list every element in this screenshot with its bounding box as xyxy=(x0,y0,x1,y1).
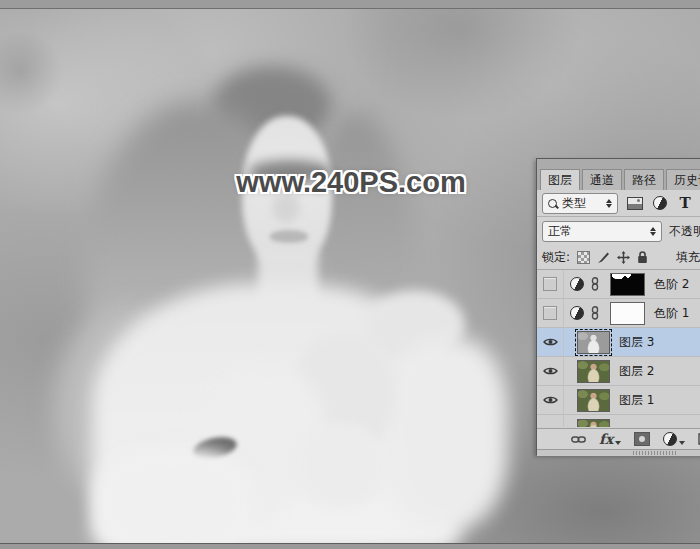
search-icon xyxy=(548,199,557,208)
panel-bottom-toolbar: fx xyxy=(537,428,700,449)
visibility-column xyxy=(537,270,564,298)
updown-arrows-icon xyxy=(606,199,612,208)
new-adjustment-layer-icon[interactable] xyxy=(663,432,685,446)
visibility-eye-icon[interactable] xyxy=(543,337,558,347)
layer-name[interactable]: 色阶 1 xyxy=(654,305,689,322)
visibility-column xyxy=(537,357,564,385)
visibility-eye-icon[interactable] xyxy=(543,395,558,405)
layer-mask-thumbnail[interactable] xyxy=(610,273,645,296)
layer-row-layer-3-selected[interactable]: 图层 3 xyxy=(537,328,700,357)
blend-mode-row: 正常 不透明度 xyxy=(537,217,700,245)
layer-list: 色阶 2 色阶 1 xyxy=(537,270,700,428)
visibility-checkbox[interactable] xyxy=(543,306,557,320)
tab-layers[interactable]: 图层 xyxy=(540,169,580,190)
layer-row-layer-1[interactable]: 图层 1 xyxy=(537,386,700,415)
visibility-column xyxy=(537,299,564,327)
subject-lower-hand xyxy=(298,423,384,508)
fx-label: fx xyxy=(599,432,613,446)
blend-mode-value: 正常 xyxy=(548,223,645,240)
panel-tab-bar: 图层 通道 路径 历史记录 xyxy=(537,159,700,190)
filter-type-layers-icon[interactable]: T xyxy=(677,196,693,210)
filter-type-label: 类型 xyxy=(562,195,601,212)
blend-mode-select[interactable]: 正常 xyxy=(542,221,662,242)
layer-name[interactable]: 色阶 2 xyxy=(654,276,689,293)
photoshop-window: www.240PS.com 图层 通道 路径 历史记录 类型 T 正常 不透明度 xyxy=(0,0,700,549)
dropdown-arrow-icon xyxy=(615,441,621,445)
layer-name[interactable]: 图层 3 xyxy=(619,334,654,351)
subject-lips xyxy=(270,230,308,243)
layer-thumbnail[interactable] xyxy=(577,360,610,383)
layer-name[interactable]: 图层 2 xyxy=(619,363,654,380)
visibility-column xyxy=(537,415,564,427)
link-layers-icon[interactable] xyxy=(571,435,586,444)
layer-name[interactable]: 图层 1 xyxy=(619,392,654,409)
panel-resize-grip[interactable] xyxy=(633,451,677,455)
tab-channels[interactable]: 通道 xyxy=(582,169,622,190)
opacity-label: 不透明度 xyxy=(669,223,700,240)
fill-label: 填充 xyxy=(676,249,700,266)
lock-label: 锁定: xyxy=(542,249,570,266)
visibility-column xyxy=(537,386,564,414)
tab-paths[interactable]: 路径 xyxy=(624,169,664,190)
filter-type-combobox[interactable]: 类型 xyxy=(542,193,618,214)
layer-row-levels-2[interactable]: 色阶 2 xyxy=(537,270,700,299)
layer-mask-thumbnail[interactable] xyxy=(610,302,645,325)
dropdown-arrow-icon xyxy=(679,441,685,445)
add-layer-mask-icon[interactable] xyxy=(634,432,650,446)
layer-row-partial[interactable] xyxy=(537,415,700,427)
layer-thumbnail[interactable] xyxy=(577,389,610,412)
subject-dress-frill xyxy=(95,448,255,543)
filter-adjustment-layers-icon[interactable] xyxy=(652,196,668,210)
panel-bottom-edge xyxy=(537,449,700,456)
lock-position-move-icon[interactable] xyxy=(617,251,630,264)
visibility-checkbox[interactable] xyxy=(543,277,557,291)
lock-all-icon[interactable] xyxy=(637,251,648,264)
mask-link-icon xyxy=(591,277,599,291)
add-layer-style-icon[interactable]: fx xyxy=(599,432,621,446)
watermark-text: www.240PS.com xyxy=(236,166,465,199)
updown-arrows-icon xyxy=(650,227,656,236)
filter-pixel-layers-icon[interactable] xyxy=(627,196,643,210)
adjustment-layer-icon xyxy=(570,306,584,320)
adjustment-layer-icon xyxy=(570,277,584,291)
tab-history[interactable]: 历史记录 xyxy=(666,169,700,190)
layer-row-layer-2[interactable]: 图层 2 xyxy=(537,357,700,386)
lock-row: 锁定: 填充 xyxy=(537,245,700,270)
mask-link-icon xyxy=(591,306,599,320)
subject-dress-right xyxy=(388,338,508,528)
visibility-eye-icon[interactable] xyxy=(543,366,558,376)
window-top-bar xyxy=(0,0,700,9)
layers-panel: 图层 通道 路径 历史记录 类型 T 正常 不透明度 锁定: xyxy=(536,158,700,455)
visibility-column xyxy=(537,328,564,356)
layer-filter-row: 类型 T xyxy=(537,190,700,217)
window-bottom-bar xyxy=(0,543,700,549)
layer-thumbnail[interactable] xyxy=(577,419,610,427)
layer-thumbnail[interactable] xyxy=(577,331,610,354)
lock-transparency-icon[interactable] xyxy=(577,251,590,264)
lock-pixels-brush-icon[interactable] xyxy=(597,251,610,264)
layer-row-levels-1[interactable]: 色阶 1 xyxy=(537,299,700,328)
